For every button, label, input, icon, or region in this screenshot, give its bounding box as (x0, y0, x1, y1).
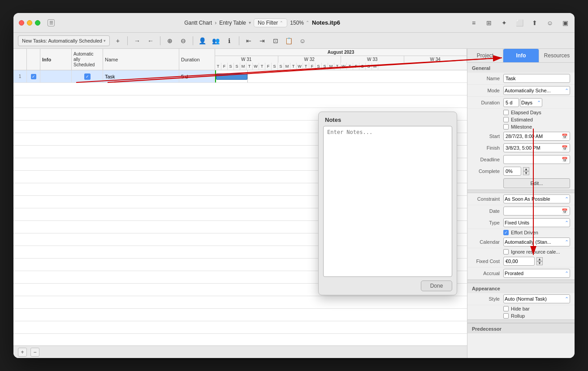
table-row[interactable]: 1 ✓ ✓ Task 5 d (13, 70, 467, 83)
print-icon[interactable]: ⬜ (515, 19, 523, 27)
table-row[interactable] (13, 309, 467, 321)
entry-table-dropdown[interactable]: ▾ (249, 20, 251, 25)
add-row-button[interactable]: + (18, 348, 27, 357)
row-checkbox[interactable]: ✓ (27, 70, 40, 82)
indent-left-button[interactable]: ← (145, 35, 156, 46)
row-gantt-cell (215, 70, 467, 82)
minimize-button[interactable] (27, 20, 32, 26)
duration-row-inner: Days ⌃ (503, 98, 570, 107)
type-chevron-icon: ⌃ (565, 220, 569, 226)
complete-pct-input[interactable] (503, 167, 521, 176)
scroll-left-button[interactable]: ⇤ (243, 35, 254, 46)
notes-button[interactable]: 📋 (284, 35, 294, 46)
rollup-checkbox[interactable] (503, 313, 509, 319)
fixed-cost-stepper[interactable]: ▲ ▼ (536, 257, 543, 265)
fixed-cost-stepper-down[interactable]: ▼ (536, 261, 543, 265)
tab-resources-label: Resources (544, 52, 570, 59)
mode-dropdown[interactable]: Automatically Sche... ⌃ (503, 86, 570, 95)
checkbox-checked-icon[interactable]: ✓ (31, 74, 36, 79)
table-row[interactable] (13, 321, 467, 334)
new-tasks-button[interactable]: New Tasks: Automatically Scheduled ▾ (18, 35, 110, 46)
constraint-dropdown[interactable]: As Soon As Possible ⌃ (503, 194, 570, 203)
nav-entry-label: Entry Table (219, 20, 246, 26)
link-button[interactable]: ⊕ (164, 35, 175, 46)
duration-unit-dropdown[interactable]: Days ⌃ (520, 98, 542, 107)
maximize-button[interactable] (35, 20, 40, 26)
fixed-cost-field-row: Fixed Cost ▲ ▼ (467, 255, 575, 267)
tab-info-label: Info (516, 52, 526, 59)
settings-icon[interactable]: ≡ (470, 19, 478, 27)
notes-done-button[interactable]: Done (421, 280, 452, 291)
layout-icon[interactable]: ▣ (561, 19, 569, 27)
table-row[interactable] (13, 296, 467, 309)
emoji-button[interactable]: ☺ (297, 35, 308, 46)
ignore-resource-checkbox[interactable] (503, 249, 509, 255)
table-row[interactable] (13, 95, 467, 108)
estimated-checkbox[interactable] (503, 117, 509, 122)
grid-icon[interactable]: ⊞ (485, 19, 493, 27)
notes-textarea[interactable] (323, 126, 452, 277)
start-field-row: Start 28/7/23, 8:00 AM 📅 (467, 130, 575, 142)
calendar-dropdown[interactable]: Automatically (Stan... ⌃ (503, 237, 570, 246)
share-icon[interactable]: ⬆ (531, 19, 539, 27)
unlink-button[interactable]: ⊖ (178, 35, 189, 46)
fit-button[interactable]: ⊡ (270, 35, 281, 46)
calendar-week-row: W 31 W 32 W 33 W 34 (215, 56, 467, 63)
scroll-right-button[interactable]: ⇥ (257, 35, 268, 46)
resource-info-button[interactable]: ℹ (224, 35, 235, 46)
sidebar-toggle-icon[interactable]: ☰ (48, 19, 55, 26)
row-mode-cell: ✓ (72, 70, 103, 82)
fixed-cost-input[interactable] (503, 257, 535, 266)
tab-project[interactable]: Project (467, 49, 503, 62)
rollup-row: Rollup (467, 312, 575, 319)
day-T7: T (347, 63, 353, 70)
indent-right-button[interactable]: → (132, 35, 143, 46)
table-row[interactable] (13, 334, 467, 345)
effort-driven-label: Effort Driven (511, 230, 538, 235)
col-name-header: Name (103, 49, 179, 70)
tab-resources[interactable]: Resources (539, 49, 575, 62)
start-date-input[interactable]: 28/7/23, 8:00 AM 📅 (503, 132, 570, 141)
remove-row-button[interactable]: − (30, 348, 39, 357)
emoji-icon[interactable]: ☺ (546, 19, 554, 27)
complete-stepper[interactable]: ▲ ▼ (523, 167, 529, 175)
calendar-value: Automatically (Stan... (505, 239, 551, 245)
close-button[interactable] (19, 20, 24, 26)
zoom-chevron-icon: ⌃ (306, 20, 309, 25)
effort-driven-checkbox[interactable]: ✓ (503, 230, 509, 235)
type-field-label: Type (472, 220, 503, 225)
pin-icon[interactable]: ✦ (500, 19, 508, 27)
rollup-label: Rollup (511, 313, 525, 319)
deadline-date-input[interactable]: 📅 (503, 155, 570, 164)
resource-icon-button[interactable]: 👤 (197, 35, 208, 46)
finish-date-input[interactable]: 3/8/23, 5:00 PM 📅 (503, 143, 570, 152)
add-task-button[interactable]: + (112, 35, 123, 46)
table-row[interactable] (13, 83, 467, 95)
duration-value-input[interactable] (503, 98, 519, 107)
fixed-cost-stepper-up[interactable]: ▲ (536, 257, 543, 261)
resource-level-button[interactable]: 👥 (211, 35, 221, 46)
elapsed-days-checkbox[interactable] (503, 110, 509, 115)
name-field-input[interactable] (503, 74, 570, 83)
type-dropdown[interactable]: Fixed Units ⌃ (503, 218, 570, 227)
fixed-cost-label: Fixed Cost (472, 259, 503, 264)
hide-bar-checkbox[interactable] (503, 306, 509, 311)
filter-dropdown[interactable]: No Filter ⌃ (254, 18, 287, 27)
style-dropdown[interactable]: Auto (Normal Task) ⌃ (503, 294, 570, 303)
milestone-checkbox[interactable] (503, 124, 509, 129)
complete-field-label: Complete (472, 168, 503, 174)
predecessor-section: Predecessor (467, 323, 575, 333)
predecessor-title: Predecessor (472, 326, 570, 332)
edit-button[interactable]: Edit... (503, 178, 570, 188)
constraint-date-input[interactable]: 📅 (503, 207, 570, 216)
day-W1: W (253, 63, 259, 70)
effort-driven-row: ✓ Effort Driven (467, 229, 575, 236)
day-T2: T (246, 63, 253, 70)
day-T5: T (303, 63, 309, 70)
tab-info[interactable]: Info (503, 49, 539, 62)
stepper-up-button[interactable]: ▲ (523, 167, 529, 171)
row-name-cell[interactable]: Task (103, 70, 179, 82)
new-tasks-chevron-icon: ▾ (104, 39, 106, 43)
accrual-dropdown[interactable]: Prorated ⌃ (503, 269, 570, 278)
stepper-down-button[interactable]: ▼ (523, 171, 529, 175)
